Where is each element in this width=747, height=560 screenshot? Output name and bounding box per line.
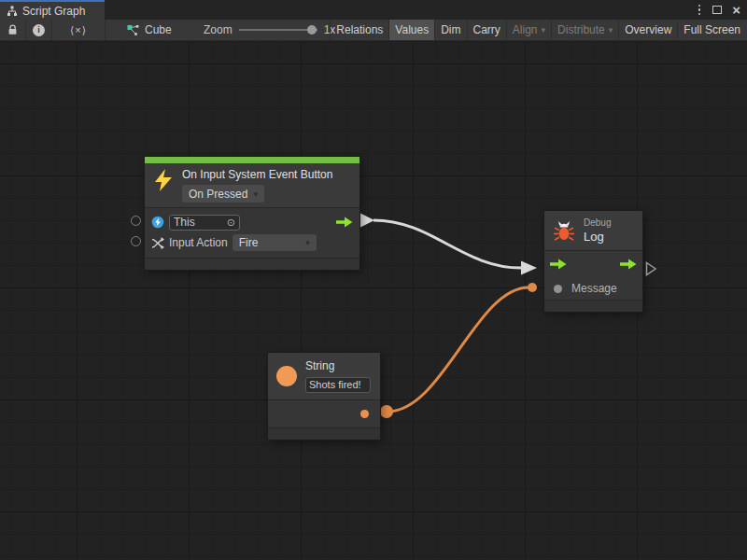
flow-output-port-icon[interactable] bbox=[620, 259, 637, 270]
string-value-input[interactable] bbox=[305, 377, 371, 393]
info-icon: i bbox=[33, 24, 45, 36]
distribute-dropdown[interactable]: Distribute ▾ bbox=[551, 20, 618, 40]
window-controls: × bbox=[697, 0, 740, 20]
flow-output-port-icon[interactable] bbox=[336, 217, 353, 228]
lightning-bolt-icon bbox=[152, 168, 175, 192]
window-menu-icon[interactable] bbox=[697, 3, 703, 18]
bug-icon bbox=[553, 220, 575, 242]
event-node-footer bbox=[145, 258, 359, 270]
debug-exec-row bbox=[544, 250, 642, 277]
string-type-icon bbox=[276, 366, 297, 386]
node-string-literal[interactable]: String bbox=[268, 353, 380, 440]
code-view-icon: ⟨×⟩ bbox=[70, 24, 87, 36]
align-dropdown[interactable]: Align ▾ bbox=[506, 20, 551, 40]
debug-node-category: Debug bbox=[584, 217, 611, 228]
input-action-label: Input Action bbox=[169, 236, 228, 249]
debug-message-row: Message bbox=[544, 277, 642, 300]
toolbar-buttons: Relations Values Dim Carry Align ▾ Distr… bbox=[330, 20, 746, 40]
overview-button[interactable]: Overview bbox=[618, 20, 677, 40]
zoom-slider-knob[interactable] bbox=[307, 25, 317, 35]
relations-button[interactable]: Relations bbox=[330, 20, 388, 40]
full-screen-button[interactable]: Full Screen bbox=[677, 20, 746, 40]
string-node-header: String bbox=[268, 353, 380, 399]
flow-input-port-icon[interactable] bbox=[550, 259, 567, 270]
event-node-header: On Input System Event Button On Pressed … bbox=[145, 163, 359, 207]
chevron-down-icon: ▾ bbox=[542, 25, 546, 35]
graph-target[interactable]: Cube bbox=[127, 20, 172, 40]
dim-button[interactable]: Dim bbox=[434, 20, 466, 40]
zoom-label: Zoom bbox=[204, 23, 233, 36]
info-button[interactable]: i bbox=[26, 20, 51, 40]
maximize-icon[interactable] bbox=[712, 6, 722, 14]
event-node-title: On Input System Event Button bbox=[182, 168, 332, 182]
graph-toolbar: i ⟨×⟩ Cube Zoom 1x Relations Values bbox=[0, 20, 747, 41]
graph-target-label: Cube bbox=[145, 23, 172, 36]
carry-button[interactable]: Carry bbox=[467, 20, 506, 40]
flow-continuation-port[interactable] bbox=[645, 261, 657, 276]
event-accent-bar bbox=[145, 157, 359, 163]
values-button[interactable]: Values bbox=[388, 20, 434, 40]
object-picker-icon[interactable]: ⊙ bbox=[227, 217, 235, 228]
debug-node-header: Debug Log bbox=[544, 211, 642, 250]
node-debug-log[interactable]: Debug Log Message bbox=[544, 211, 642, 312]
chevron-down-icon: ▾ bbox=[305, 238, 310, 247]
this-object-field[interactable]: This ⊙ bbox=[169, 215, 240, 231]
event-mode-dropdown[interactable]: On Pressed ▾ bbox=[182, 185, 264, 203]
close-icon[interactable]: × bbox=[732, 3, 740, 17]
string-inner-output-port[interactable] bbox=[360, 410, 369, 418]
zoom-control: Zoom 1x bbox=[204, 20, 335, 40]
tab-script-graph[interactable]: Script Graph bbox=[0, 0, 105, 20]
lock-icon bbox=[7, 24, 18, 35]
zoom-slider[interactable] bbox=[239, 29, 317, 31]
string-node-footer bbox=[268, 427, 380, 440]
chevron-down-icon: ▾ bbox=[253, 189, 258, 199]
debug-node-title: Log bbox=[584, 230, 611, 244]
lock-button[interactable] bbox=[0, 20, 25, 40]
node-on-input-system-event-button[interactable]: On Input System Event Button On Pressed … bbox=[145, 157, 359, 270]
title-bar: Script Graph × bbox=[0, 0, 747, 20]
event-action-outer-port[interactable] bbox=[131, 236, 141, 246]
graph-node-icon bbox=[127, 24, 139, 36]
message-port-label: Message bbox=[571, 282, 617, 295]
string-node-title: String bbox=[305, 359, 371, 372]
debug-node-footer bbox=[544, 300, 642, 312]
tab-title: Script Graph bbox=[22, 5, 85, 18]
script-graph-window: Script Graph × i ⟨×⟩ bbox=[0, 0, 747, 560]
message-input-port[interactable] bbox=[554, 285, 562, 293]
graph-hierarchy-icon bbox=[7, 6, 18, 17]
input-action-icon bbox=[151, 237, 164, 249]
gameobject-self-icon bbox=[151, 216, 164, 229]
input-action-dropdown[interactable]: Fire ▾ bbox=[233, 234, 317, 251]
string-node-body bbox=[268, 399, 380, 427]
chevron-down-icon: ▾ bbox=[609, 25, 613, 35]
event-node-body: This ⊙ Input Action Fire ▾ bbox=[145, 207, 359, 258]
code-preview-button[interactable]: ⟨×⟩ bbox=[52, 20, 105, 40]
event-this-outer-port[interactable] bbox=[131, 216, 141, 226]
